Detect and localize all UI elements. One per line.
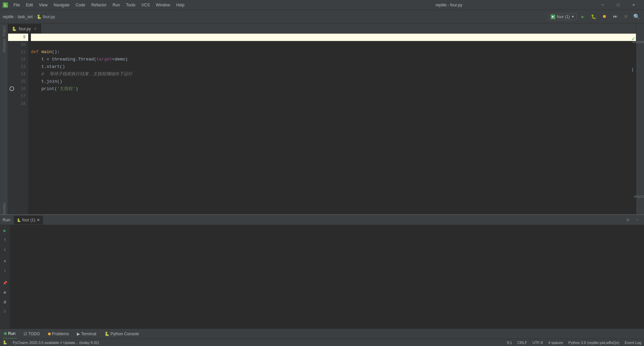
bottom-tab-problems-label: Problems bbox=[52, 332, 69, 336]
toolbar: reptile › task_set › 🐍 four.py ▶ four (1… bbox=[0, 10, 644, 24]
breadcrumb-file[interactable]: 🐍 four.py bbox=[37, 14, 55, 19]
status-position[interactable]: 9:1 bbox=[507, 341, 512, 345]
editor-container: 🐍 four.py ✕ 9 10 11 12 13 14 15 16 17 bbox=[8, 24, 636, 214]
menu-run[interactable]: Run bbox=[110, 2, 123, 8]
run-layout-button[interactable]: ⊞ bbox=[1, 288, 9, 296]
run-button[interactable]: ▶ bbox=[578, 12, 588, 21]
status-encoding[interactable]: UTF-8 bbox=[533, 341, 543, 345]
search-everywhere-button[interactable]: 🔍 bbox=[632, 12, 641, 21]
breadcrumb-project[interactable]: reptile bbox=[3, 14, 14, 19]
run-tab-bar: Run: 🐍 four (1) ✕ ⚙ ─ bbox=[0, 215, 644, 225]
bottom-tab-terminal-label: ▶ Terminal bbox=[77, 332, 96, 336]
gutter-line-15: 15 bbox=[8, 78, 28, 85]
status-pycharm-icon: 🐍 bbox=[3, 340, 7, 345]
menu-view[interactable]: View bbox=[36, 2, 50, 8]
tab-python-icon: 🐍 bbox=[12, 27, 17, 31]
bottom-tab-python-label: 🐍 Python Console bbox=[104, 332, 139, 336]
run-content-area: ▶ ↑ ↓ ≡ ⫶ 📌 ⊞ 🖨 🗑 bbox=[0, 225, 644, 329]
minimize-button[interactable]: ─ bbox=[595, 0, 610, 10]
gutter-line-16: 16 bbox=[8, 85, 28, 93]
bottom-tab-run[interactable]: Run bbox=[3, 329, 17, 339]
status-update-message[interactable]: PyCharm 2020.3.5 available // Update... … bbox=[13, 341, 502, 345]
bottom-toolbar: Run ☑ TODO Problems ▶ Terminal 🐍 Python … bbox=[0, 329, 644, 339]
app-icon: 🐍 bbox=[3, 2, 8, 8]
bottom-tab-todo-label: ☑ TODO bbox=[24, 332, 40, 336]
status-event-log[interactable]: Event Log bbox=[625, 341, 641, 345]
status-indent[interactable]: 4 spaces bbox=[548, 341, 563, 345]
run-left-toolbar: ▶ ↑ ↓ ≡ ⫶ 📌 ⊞ 🖨 🗑 bbox=[0, 225, 10, 329]
run-tab-four[interactable]: 🐍 four (1) ✕ bbox=[14, 216, 43, 224]
bottom-tab-python-console[interactable]: 🐍 Python Console bbox=[103, 329, 140, 339]
code-line-14: # 等待子线程执行结束，主线程继续向下运行 bbox=[31, 71, 636, 78]
run-dot-icon bbox=[4, 332, 7, 335]
run-settings-button[interactable]: ⚙ bbox=[624, 216, 632, 224]
run-print-button[interactable]: 🖨 bbox=[1, 298, 9, 306]
code-line-17 bbox=[31, 93, 636, 100]
menu-refactor[interactable]: Refactor bbox=[89, 2, 109, 8]
right-sidebar: Database SciView bbox=[636, 24, 644, 214]
code-line-16: print('主线程') bbox=[31, 85, 636, 93]
gutter-line-12: 12 bbox=[8, 56, 28, 63]
run-pin-button[interactable]: 📌 bbox=[1, 279, 9, 287]
database-panel-label[interactable]: Database bbox=[630, 40, 644, 45]
gutter-line-18: 18 bbox=[8, 100, 28, 107]
close-button[interactable]: ✕ bbox=[626, 0, 641, 10]
run-scroll-up-button[interactable]: ↑ bbox=[1, 236, 9, 244]
sidebar-project-icon[interactable]: Project bbox=[1, 28, 7, 34]
run-trash-button[interactable]: 🗑 bbox=[1, 307, 9, 315]
coverage-button[interactable]: ⏺ bbox=[600, 12, 609, 21]
editor-tab-bar: 🐍 four.py ✕ bbox=[8, 24, 636, 34]
bottom-tab-problems[interactable]: Problems bbox=[47, 329, 71, 339]
run-tab-close[interactable]: ✕ bbox=[37, 218, 40, 222]
run-output-area bbox=[10, 225, 644, 329]
stop-button[interactable]: ⏹ bbox=[621, 12, 631, 21]
window-title: reptile - four.py bbox=[303, 3, 595, 7]
gutter-line-11: 11 bbox=[8, 48, 28, 56]
code-line-13: t.start() bbox=[31, 63, 636, 71]
run-scroll-down-button[interactable]: ↓ bbox=[1, 245, 9, 253]
breadcrumb-folder[interactable]: task_set bbox=[18, 14, 33, 19]
bottom-panel: Run: 🐍 four (1) ✕ ⚙ ─ ▶ ↑ ↓ ≡ ⫶ 📌 ⊞ 🖨 🗑 bbox=[0, 214, 644, 329]
sidebar-structure-icon[interactable]: Structure bbox=[1, 42, 7, 49]
menu-edit[interactable]: Edit bbox=[23, 2, 36, 8]
window-controls: ─ □ ✕ bbox=[595, 0, 641, 10]
menu-vcs[interactable]: VCS bbox=[139, 2, 152, 8]
gutter-line-9: 9 bbox=[8, 34, 28, 41]
status-line-ending[interactable]: CRLF bbox=[517, 341, 527, 345]
code-content-area[interactable]: def main(): t = threading.Thread(target=… bbox=[28, 34, 636, 214]
bottom-tab-todo[interactable]: ☑ TODO bbox=[22, 329, 41, 339]
status-right-items: 9:1 CRLF UTF-8 4 spaces Python 3.6 (rept… bbox=[507, 341, 641, 345]
status-bar: 🐍 PyCharm 2020.3.5 available // Update..… bbox=[0, 339, 644, 346]
menu-navigate[interactable]: Navigate bbox=[51, 2, 72, 8]
gutter-line-10: 10 bbox=[8, 41, 28, 48]
menu-tools[interactable]: Tools bbox=[123, 2, 138, 8]
sciview-panel-label[interactable]: SciView bbox=[631, 194, 644, 200]
menu-window[interactable]: Window bbox=[153, 2, 173, 8]
text-cursor: | bbox=[631, 67, 634, 72]
run-minimize-button[interactable]: ─ bbox=[633, 216, 641, 224]
code-line-9 bbox=[31, 34, 636, 41]
tab-close-button[interactable]: ✕ bbox=[33, 27, 38, 31]
title-bar: 🐍 File Edit View Navigate Code Refactor … bbox=[0, 0, 644, 10]
run-tab-controls: ⚙ ─ bbox=[624, 216, 641, 224]
editor-tab-fourpy[interactable]: 🐍 four.py ✕ bbox=[8, 24, 41, 33]
run-filter-button[interactable]: ⫶ bbox=[1, 267, 9, 275]
run-config-dropdown-icon: ▼ bbox=[571, 15, 574, 18]
menu-help[interactable]: Help bbox=[174, 2, 187, 8]
menu-file[interactable]: File bbox=[11, 2, 22, 8]
gutter-line-14: 14 bbox=[8, 71, 28, 78]
status-interpreter[interactable]: Python 3.6 (reptile-ywLwBxQn) bbox=[568, 341, 619, 345]
debug-button[interactable]: 🐛 bbox=[589, 12, 598, 21]
profile-button[interactable]: ⏭ bbox=[610, 12, 620, 21]
run-play-button[interactable]: ▶ bbox=[1, 226, 9, 234]
bottom-tab-terminal[interactable]: ▶ Terminal bbox=[76, 329, 97, 339]
problems-dot-icon bbox=[48, 333, 51, 335]
run-wrap-button[interactable]: ≡ bbox=[1, 257, 9, 265]
menu-code[interactable]: Code bbox=[73, 2, 88, 8]
main-area: Project Structure Favorites 🐍 four.py ✕ … bbox=[0, 24, 644, 214]
maximize-button[interactable]: □ bbox=[610, 0, 626, 10]
code-editor[interactable]: 9 10 11 12 13 14 15 16 17 18 bbox=[8, 34, 636, 214]
breadcrumb: reptile › task_set › 🐍 four.py bbox=[3, 14, 547, 19]
sidebar-favorites-icon[interactable]: Favorites bbox=[1, 206, 7, 213]
run-config-selector[interactable]: ▶ four (1) ▼ bbox=[548, 13, 577, 20]
